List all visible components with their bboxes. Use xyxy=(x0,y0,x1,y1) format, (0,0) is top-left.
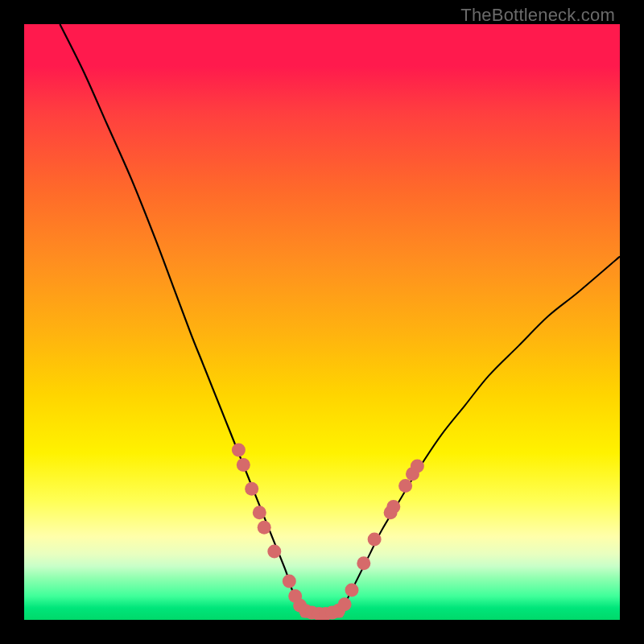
marker-dot xyxy=(386,500,400,514)
marker-dot xyxy=(345,584,359,597)
chart-frame xyxy=(24,24,620,620)
marker-dot xyxy=(398,479,412,493)
marker-dots-left xyxy=(232,444,326,620)
watermark-text: TheBottleneck.com xyxy=(460,5,615,26)
marker-dot xyxy=(338,597,352,611)
marker-dot xyxy=(245,482,258,496)
marker-dot xyxy=(411,460,424,473)
marker-dot xyxy=(267,544,281,558)
marker-dot xyxy=(283,574,296,588)
marker-dot xyxy=(368,533,382,547)
marker-dot xyxy=(357,556,370,570)
marker-dot xyxy=(232,444,246,457)
marker-dot xyxy=(253,506,266,519)
curve-overlay xyxy=(24,24,620,620)
right-branch-line xyxy=(340,257,620,614)
marker-dot xyxy=(237,458,250,472)
marker-dots-right xyxy=(319,460,424,620)
marker-dot xyxy=(258,521,271,535)
